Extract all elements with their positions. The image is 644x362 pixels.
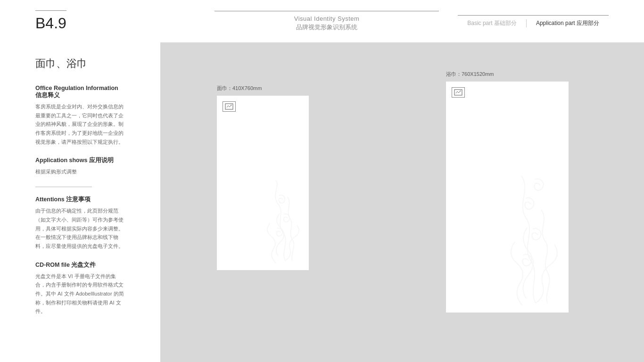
info-body-application: 根据采购形式调整 [35,167,125,176]
info-body-cdrom: 光盘文件是本 VI 手册电子文件的集合，内含手册制作时的专用软件格式文件。其中 … [35,272,125,316]
info-section-application: Application shows 应用说明 根据采购形式调整 [35,156,125,176]
info-section-office: Office Regulation Information 信息释义 客房系统是… [35,85,125,146]
towel-display-area: 面巾：410X760mm [189,61,616,358]
sidebar-divider [35,187,92,187]
info-heading-application: Application shows 应用说明 [35,156,125,165]
section-code: B4.9 [35,10,66,32]
content-area: 面巾：410X760mm [160,42,644,362]
info-heading-attentions: Attentions 注意事项 [35,196,125,204]
svg-point-3 [460,90,461,91]
header-center: Visual Identity System 品牌视觉形象识别系统 [215,11,439,32]
small-towel-logo [223,101,236,112]
logo-icon-large [454,89,462,96]
header: B4.9 Visual Identity System 品牌视觉形象识别系统 B… [0,0,644,42]
large-towel-section: 浴巾：760X1520mm [446,71,569,313]
large-towel-label: 浴巾：760X1520mm [446,71,569,78]
large-towel-logo [452,87,465,98]
sidebar-title: 面巾、浴巾 [35,57,125,71]
header-nav: Basic part 基础部分 Application part 应用部分 [458,15,609,27]
sidebar: 面巾、浴巾 Office Regulation Information 信息释义… [0,42,160,362]
small-towel-section: 面巾：410X760mm [217,85,309,270]
logo-icon [225,103,233,110]
main-layout: 面巾、浴巾 Office Regulation Information 信息释义… [0,42,644,362]
large-towel-card [446,82,569,313]
vi-label-en: Visual Identity System [294,15,360,22]
svg-point-1 [231,105,232,106]
info-heading-office: Office Regulation Information 信息释义 [35,85,125,99]
nav-basic[interactable]: Basic part 基础部分 [458,19,526,27]
header-left: B4.9 [35,10,196,32]
small-towel-floral [248,176,309,270]
info-body-attentions: 由于信息的不确定性，此页部分规范（如文字大小、间距等）可作为参考使用，具体可根据… [35,206,125,250]
vi-label-zh: 品牌视觉形象识别系统 [296,23,357,32]
info-heading-cdrom: CD-ROM file 光盘文件 [35,261,125,269]
info-section-attentions: Attentions 注意事项 由于信息的不确定性，此页部分规范（如文字大小、间… [35,196,125,250]
info-body-office: 客房系统是企业对内、对外交换信息的最重要的工具之一，它同时也代表了企业的精神风貌… [35,102,125,146]
nav-application[interactable]: Application part 应用部分 [527,19,609,27]
info-section-cdrom: CD-ROM file 光盘文件 光盘文件是本 VI 手册电子文件的集合，内含手… [35,261,125,316]
large-towel-floral [484,162,569,313]
small-towel-card [217,96,309,270]
small-towel-label: 面巾：410X760mm [217,85,309,92]
